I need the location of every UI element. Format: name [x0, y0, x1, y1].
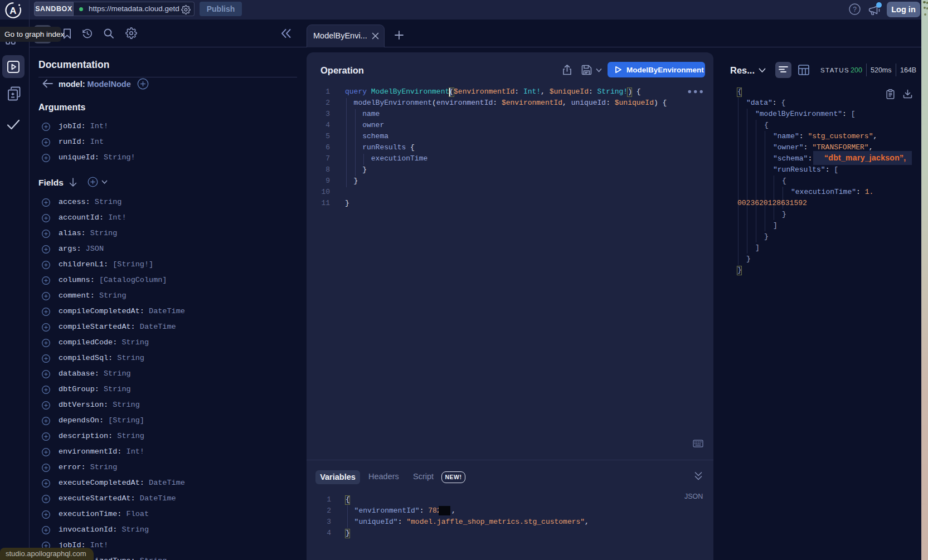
svg-text:A: A — [9, 6, 16, 16]
svg-text:?: ? — [853, 6, 857, 13]
